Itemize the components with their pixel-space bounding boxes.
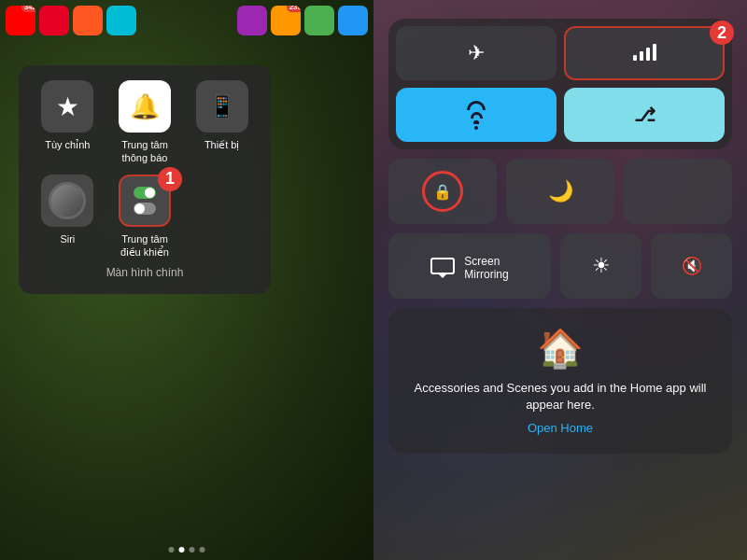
- toggle-on: [134, 187, 156, 199]
- menu-item-dieu-khien[interactable]: 1 Trung tâmđiều khiển: [111, 175, 179, 259]
- brightness-button[interactable]: ☀: [560, 233, 641, 299]
- phone-icon: [208, 93, 236, 119]
- star-icon: [56, 91, 79, 122]
- airplane-icon: [468, 41, 485, 65]
- wifi-dot: [474, 126, 478, 130]
- step-1-badge: 1: [158, 167, 182, 191]
- tuy-chinh-label: Tùy chỉnh: [45, 138, 90, 151]
- menu-grid: Tùy chỉnh 🔔 Trung tâmthông báo Thiết bị: [34, 80, 256, 259]
- home-icon: 🏠: [537, 327, 584, 371]
- dot-1: [169, 547, 175, 553]
- page-dots: [169, 547, 205, 553]
- bluetooth-icon: ⎇: [634, 104, 655, 126]
- control-center-container: 2 ⎇ 🔒 �: [374, 0, 747, 472]
- dot-4: [200, 547, 205, 553]
- mirror-arrow-icon: [438, 273, 447, 278]
- wifi-arc-mid: [471, 112, 483, 119]
- man-hinh-chinh-label: Màn hình chính: [34, 266, 256, 279]
- step-2-badge: 2: [710, 21, 734, 45]
- screen-mirroring-text: Screen Mirroring: [464, 251, 508, 281]
- siri-label: Siri: [60, 232, 75, 245]
- middle-row: 🔒 🌙: [388, 159, 732, 224]
- lock-inner-icon: 🔒: [433, 183, 452, 201]
- cellular-icon: [629, 42, 660, 64]
- home-icon-wrap: 🏠: [403, 327, 717, 371]
- notification-icon: 🔔: [130, 92, 160, 121]
- youtube-icon[interactable]: 342: [6, 6, 35, 35]
- right-panel: 2 ⎇ 🔒 �: [374, 0, 747, 560]
- toggle-dot-on: [145, 188, 155, 198]
- wifi-button[interactable]: [396, 88, 557, 142]
- volume-button[interactable]: 🔇: [651, 233, 732, 299]
- cell-bar-4: [653, 44, 656, 61]
- screen-mirroring-button[interactable]: Screen Mirroring: [388, 233, 551, 299]
- cellular-button[interactable]: 2: [564, 26, 725, 80]
- top-app-icons: 342: [6, 6, 136, 35]
- toggle-dot-off: [134, 203, 145, 214]
- toggle-off: [134, 203, 156, 215]
- thong-bao-icon-wrap: 🔔: [119, 80, 171, 133]
- thong-bao-label: Trung tâmthông báo: [121, 138, 168, 165]
- wifi-arc-outer: [467, 101, 486, 110]
- brightness-icon: ☀: [592, 254, 611, 278]
- cell-bar-3: [646, 48, 650, 61]
- open-home-link[interactable]: Open Home: [403, 421, 717, 435]
- lo-icon[interactable]: [73, 6, 103, 35]
- dieu-khien-icon-wrap: 1: [119, 175, 171, 227]
- home-description: Accessories and Scenes you add in the Ho…: [403, 380, 717, 413]
- network-block: 2 ⎇: [388, 19, 732, 149]
- app-n2-badge: 235: [287, 6, 301, 12]
- moon-icon: 🌙: [548, 179, 573, 203]
- thiet-bi-label: Thiết bị: [204, 138, 240, 151]
- cell-bar-2: [640, 51, 643, 61]
- left-panel: 342 235 Tùy chỉnh 🔔: [0, 0, 374, 560]
- home-section: 🏠 Accessories and Scenes you add in the …: [388, 308, 732, 454]
- menu-item-tuy-chinh[interactable]: Tùy chỉnh: [34, 80, 102, 165]
- tuy-chinh-icon-wrap: [41, 80, 93, 133]
- third-row: Screen Mirroring ☀ 🔇: [388, 233, 732, 299]
- pinterest-icon[interactable]: [39, 6, 69, 35]
- toggle-row-1: [134, 187, 156, 199]
- menu-item-siri[interactable]: Siri: [34, 175, 102, 259]
- bluetooth-button[interactable]: ⎇: [564, 88, 725, 142]
- screen-mirroring-label-2: Mirroring: [464, 268, 508, 281]
- app-n4-icon[interactable]: [338, 6, 368, 35]
- airplane-mode-button[interactable]: [396, 26, 557, 80]
- app-n2-icon[interactable]: 235: [271, 6, 301, 35]
- app-n1-icon[interactable]: [237, 6, 267, 35]
- empty-btn-3[interactable]: [624, 159, 732, 224]
- siri-circle: [49, 182, 86, 219]
- do-not-disturb-button[interactable]: 🌙: [506, 159, 614, 224]
- menu-item-thong-bao[interactable]: 🔔 Trung tâmthông báo: [111, 80, 179, 165]
- menu-item-thiet-bi[interactable]: Thiết bị: [188, 80, 256, 165]
- cell-bar-1: [633, 55, 637, 61]
- top-right-app-icons: 235: [237, 6, 368, 35]
- volume-icon: 🔇: [682, 256, 702, 276]
- rotation-lock-icon: 🔒: [422, 171, 463, 212]
- ms-icon[interactable]: [106, 6, 136, 35]
- context-menu: Tùy chỉnh 🔔 Trung tâmthông báo Thiết bị: [19, 65, 271, 294]
- dot-3: [190, 547, 195, 553]
- screen-mirroring-label: Screen: [464, 255, 508, 268]
- dieu-khien-label: Trung tâmđiều khiển: [120, 232, 169, 259]
- wifi-arc-inner: [473, 120, 479, 124]
- dot-2: [179, 547, 185, 553]
- wifi-icon: [467, 101, 486, 130]
- thiet-bi-icon-wrap: [196, 80, 248, 133]
- mirror-tv-icon: [430, 258, 455, 274]
- app-n3-icon[interactable]: [304, 6, 334, 35]
- rotation-lock-button[interactable]: 🔒: [388, 159, 497, 224]
- siri-icon-wrap: [41, 175, 93, 227]
- toggle-icon: [134, 187, 156, 215]
- youtube-badge: 342: [21, 6, 35, 12]
- toggle-row-2: [134, 203, 156, 215]
- mirror-tv-wrap: [430, 258, 455, 274]
